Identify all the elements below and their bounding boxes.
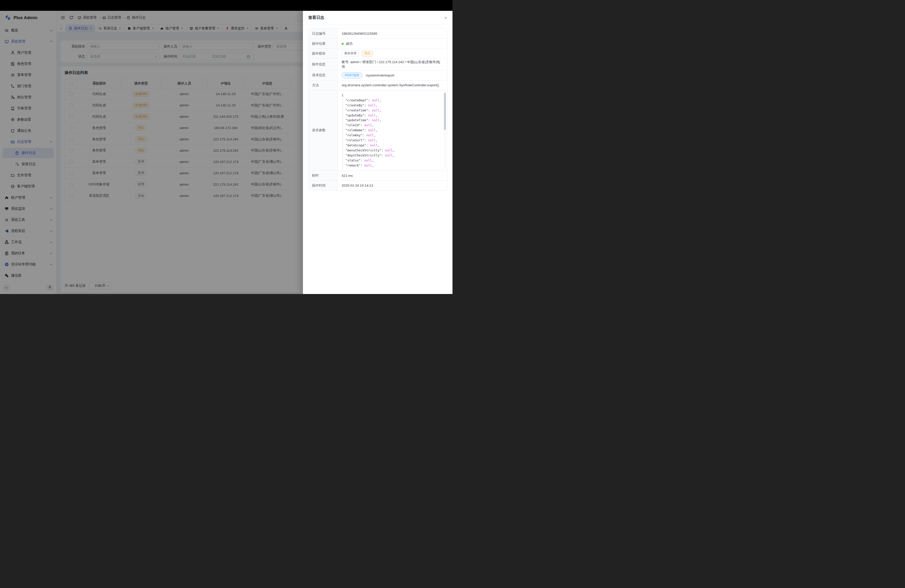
param-line: "roleKey": null, <box>341 133 443 138</box>
param-line: "status": null, <box>341 158 443 163</box>
detail-row-module: 操作模块 角色管理 导出 <box>308 49 447 58</box>
detail-row-request: 请求信息 POST请求 /system/role/export <box>308 70 447 80</box>
detail-row-params: 请求参数 { "createDept": null, "createBy": n… <box>308 90 447 170</box>
log-detail-table: 日志编号 1882612840802115585 操作结果 成功 操作模块 角色… <box>308 29 448 191</box>
param-line: "dataScope": null, <box>341 143 443 148</box>
detail-row-method: 方法 org.dromara.system.controller.system.… <box>308 80 447 90</box>
param-line: "roleSort": null, <box>341 138 443 143</box>
param-line: "deptCheckStrictly": null, <box>341 153 443 158</box>
param-line: "updateBy": null, <box>341 113 443 118</box>
param-line: "createBy": null, <box>341 103 443 108</box>
success-dot-icon <box>341 43 344 45</box>
module-tag: 角色管理 <box>341 51 359 57</box>
request-params-code: { "createDept": null, "createBy": null, … <box>338 90 447 170</box>
param-line: "createTime": null, <box>341 108 443 113</box>
param-line: "remark": null, <box>341 163 443 168</box>
duration-value: 421 ms <box>338 171 447 180</box>
post-request-tag: POST请求 <box>341 72 362 78</box>
param-line: "menuCheckStrictly": null, <box>341 148 443 153</box>
param-line: "createDept": null, <box>341 98 443 103</box>
result-value: 成功 <box>346 41 352 46</box>
param-line: "roleId": null, <box>341 123 443 128</box>
method-value: org.dromara.system.controller.system.Sys… <box>338 81 447 90</box>
app-window: Plus Admin 概览 系统管理 用户管理 角色管理 菜单管理 部门管理 岗… <box>0 0 452 294</box>
detail-row-info: 操作信息 账号: admin / 研发部门 / 222.175.114.242 … <box>308 58 447 70</box>
close-icon[interactable]: × <box>444 16 447 20</box>
action-tag: 导出 <box>362 51 373 57</box>
top-black-bar <box>0 0 452 11</box>
detail-row-time: 操作时间 2025-01-24 10:14:13 <box>308 180 447 190</box>
param-line: "updateTime": null, <box>341 118 443 123</box>
detail-row-log-id: 日志编号 1882612840802115585 <box>308 29 447 38</box>
drawer-header: 查看日志 × <box>303 11 452 25</box>
view-log-drawer: 查看日志 × 日志编号 1882612840802115585 操作结果 成功 … <box>303 11 452 294</box>
code-scrollbar-thumb[interactable] <box>444 93 446 130</box>
indent-guide <box>343 98 343 168</box>
detail-row-result: 操作结果 成功 <box>308 38 447 48</box>
operation-time-value: 2025-01-24 10:14:13 <box>338 181 447 190</box>
request-path: /system/role/export <box>366 73 394 77</box>
param-line: { <box>341 93 443 98</box>
detail-row-duration: 耗时 421 ms <box>308 170 447 180</box>
log-id-value: 1882612840802115585 <box>338 29 447 38</box>
param-line: "roleName": null, <box>341 128 443 133</box>
operation-info-value: 账号: admin / 研发部门 / 222.175.114.242 / 中国|… <box>338 59 447 70</box>
drawer-title: 查看日志 <box>308 15 324 21</box>
